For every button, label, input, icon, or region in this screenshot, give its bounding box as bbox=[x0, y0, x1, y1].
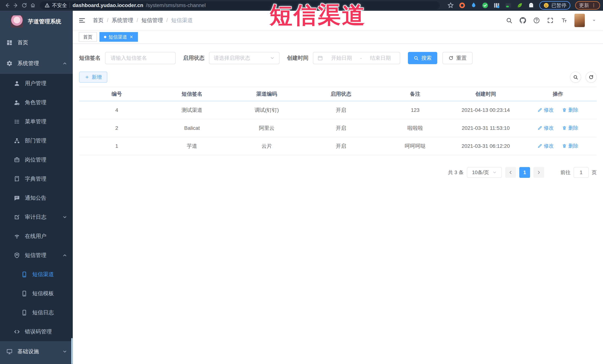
sidebar-item[interactable]: 用户管理 bbox=[0, 74, 73, 93]
fullscreen-icon[interactable] bbox=[547, 17, 554, 24]
hamburger-icon[interactable] bbox=[78, 17, 86, 24]
sidebar-item[interactable]: 在线用户 bbox=[0, 227, 73, 246]
toggle-search-button[interactable] bbox=[570, 72, 581, 83]
breadcrumb-item[interactable]: 短信渠道 bbox=[171, 17, 193, 24]
sidebar-item[interactable]: 错误码管理 bbox=[0, 322, 73, 341]
sidebar-item[interactable]: 审计日志 bbox=[0, 208, 73, 227]
sidebar-item-label: 用户管理 bbox=[25, 80, 46, 87]
post-icon bbox=[14, 157, 20, 163]
sidebar-item-label: 短信模板 bbox=[32, 290, 54, 297]
page-number-button[interactable]: 1 bbox=[519, 167, 530, 178]
browser-update-button[interactable]: 更新 bbox=[575, 1, 600, 10]
sidebar-item-label: 角色管理 bbox=[25, 99, 46, 106]
sidebar-item[interactable]: 通知公告 bbox=[0, 188, 73, 208]
delete-link[interactable]: 删除 bbox=[562, 107, 578, 113]
sidebar-item[interactable]: 基础设施 bbox=[0, 341, 73, 362]
status-select[interactable]: 请选择启用状态 bbox=[209, 52, 279, 64]
home-button[interactable] bbox=[29, 1, 37, 10]
column-header: 操作 bbox=[519, 87, 597, 101]
sidebar-item[interactable]: 短信管理 bbox=[0, 246, 73, 265]
top-navbar: 首页系统管理短信管理短信渠道 bbox=[73, 11, 603, 30]
github-icon[interactable] bbox=[520, 17, 526, 24]
chevron-down-icon bbox=[62, 61, 67, 66]
reset-button[interactable]: 重置 bbox=[442, 52, 473, 64]
delete-link[interactable]: 删除 bbox=[562, 143, 578, 149]
switch-icon[interactable] bbox=[505, 2, 511, 9]
date-range-picker[interactable]: 开始日期 - 结束日期 bbox=[313, 52, 400, 64]
app: 芋道管理系统 首页 系统管理 bbox=[0, 11, 603, 364]
adblock-icon[interactable] bbox=[459, 2, 465, 9]
search-icon[interactable] bbox=[506, 17, 512, 24]
reload-button[interactable] bbox=[20, 1, 29, 10]
shield-check-icon[interactable] bbox=[482, 2, 488, 9]
cell-signature: 测试渠道 bbox=[154, 101, 230, 119]
sidebar-item-label: 首页 bbox=[17, 39, 28, 46]
sidebar-scrollbar[interactable] bbox=[71, 338, 73, 364]
divider bbox=[70, 3, 70, 8]
sidebar-item[interactable]: 菜单管理 bbox=[0, 112, 73, 131]
app-logo[interactable]: 芋道管理系统 bbox=[0, 11, 73, 32]
goto-group: 前往 页 bbox=[560, 167, 597, 178]
caret-down-icon[interactable] bbox=[592, 18, 596, 23]
back-button[interactable] bbox=[3, 1, 12, 10]
created-label: 创建时间 bbox=[287, 54, 308, 62]
sidebar-item[interactable]: 系统管理 bbox=[0, 53, 73, 74]
view-tab[interactable]: 首页 bbox=[79, 32, 97, 42]
sidebar-item[interactable]: 首页 bbox=[0, 32, 73, 53]
sidebar-item[interactable]: 短信模板 bbox=[0, 284, 73, 303]
sidebar-item[interactable]: 角色管理 bbox=[0, 93, 73, 112]
pin-icon[interactable] bbox=[470, 2, 477, 9]
sidebar-item-label: 岗位管理 bbox=[25, 156, 46, 164]
update-label: 更新 bbox=[579, 2, 589, 9]
next-page-button[interactable] bbox=[533, 167, 544, 178]
sidebar-item-label: 短信日志 bbox=[32, 309, 54, 316]
edit-link[interactable]: 修改 bbox=[537, 143, 554, 149]
chevron-down-icon bbox=[492, 170, 497, 175]
chevron-left-icon bbox=[508, 170, 513, 175]
breadcrumb-item[interactable]: 首页 bbox=[93, 17, 112, 24]
sidebar-item[interactable]: 字典管理 bbox=[0, 169, 73, 188]
star-icon[interactable] bbox=[447, 2, 454, 9]
cell-id: 1 bbox=[79, 137, 154, 155]
edit-icon bbox=[537, 108, 542, 112]
gear-icon bbox=[6, 60, 13, 66]
signature-input[interactable] bbox=[105, 52, 175, 64]
url-path: /system/sms/sms-channel bbox=[146, 2, 206, 8]
help-icon[interactable] bbox=[533, 17, 540, 24]
close-icon[interactable] bbox=[129, 35, 133, 39]
prev-page-button[interactable] bbox=[505, 167, 516, 178]
sidebar-item[interactable]: 短信渠道 bbox=[0, 265, 73, 284]
add-button[interactable]: 新增 bbox=[79, 72, 107, 83]
status-select-placeholder: 请选择启用状态 bbox=[214, 55, 250, 62]
edit-link[interactable]: 修改 bbox=[537, 107, 554, 113]
forward-button[interactable] bbox=[12, 1, 20, 10]
address-bar[interactable]: 不安全 dashboard.yudao.iocoder.cn /system/s… bbox=[40, 1, 440, 10]
goto-page-input[interactable] bbox=[573, 167, 589, 178]
search-button[interactable]: 搜索 bbox=[408, 52, 437, 64]
signature-label: 短信签名 bbox=[79, 54, 101, 62]
end-date-placeholder: 结束日期 bbox=[365, 55, 396, 62]
url-host: dashboard.yudao.iocoder.cn bbox=[73, 2, 143, 8]
edit-link[interactable]: 修改 bbox=[537, 125, 554, 131]
dict-icon bbox=[14, 176, 20, 182]
font-size-icon[interactable] bbox=[561, 17, 567, 24]
cell-operations: 修改 删除 bbox=[519, 119, 597, 137]
page-size-select[interactable]: 10条/页 bbox=[467, 167, 502, 178]
leaf-icon[interactable] bbox=[516, 2, 523, 9]
breadcrumb-item[interactable]: 短信管理 bbox=[141, 17, 171, 24]
phone-icon bbox=[21, 271, 27, 278]
sidebar-item[interactable]: 短信日志 bbox=[0, 303, 73, 322]
paused-extension-badge[interactable]: 已暂停 bbox=[539, 1, 570, 10]
ghost-icon[interactable] bbox=[528, 2, 534, 9]
columns-icon[interactable] bbox=[493, 2, 500, 9]
view-tab[interactable]: 短信渠道 bbox=[99, 32, 138, 42]
sidebar-item[interactable]: 部门管理 bbox=[0, 131, 73, 150]
refresh-table-button[interactable] bbox=[586, 72, 597, 83]
avatar[interactable] bbox=[574, 14, 585, 27]
breadcrumb-item[interactable]: 系统管理 bbox=[112, 17, 141, 24]
trash-icon bbox=[562, 126, 567, 130]
role-icon bbox=[14, 99, 20, 106]
delete-link[interactable]: 删除 bbox=[562, 125, 578, 131]
column-header: 渠道编码 bbox=[230, 87, 304, 101]
sidebar-item[interactable]: 岗位管理 bbox=[0, 150, 73, 169]
